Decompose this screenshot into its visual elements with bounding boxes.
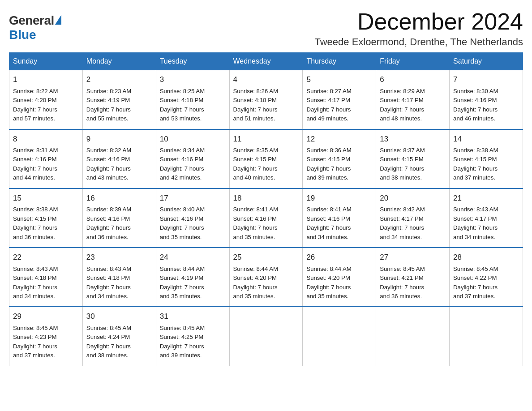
day-info: Sunrise: 8:37 AMSunset: 4:15 PMDaylight:… <box>380 147 425 181</box>
day-number: 8 <box>13 133 79 145</box>
day-number: 17 <box>160 193 226 204</box>
day-info: Sunrise: 8:29 AMSunset: 4:17 PMDaylight:… <box>380 88 425 122</box>
logo-general-text: General <box>9 13 54 28</box>
calendar-cell: 27 Sunrise: 8:45 AMSunset: 4:21 PMDaylig… <box>376 248 450 307</box>
day-info: Sunrise: 8:43 AMSunset: 4:18 PMDaylight:… <box>86 265 131 300</box>
day-number: 5 <box>306 74 372 86</box>
day-number: 26 <box>306 252 372 263</box>
logo-blue-part <box>54 17 61 25</box>
day-number: 1 <box>13 74 79 86</box>
day-number: 4 <box>233 74 299 86</box>
calendar-cell: 9 Sunrise: 8:32 AMSunset: 4:16 PMDayligh… <box>82 129 156 188</box>
day-number: 11 <box>233 133 299 145</box>
day-number: 29 <box>13 311 79 322</box>
calendar-cell: 17 Sunrise: 8:40 AMSunset: 4:16 PMDaylig… <box>156 188 229 248</box>
calendar-cell: 31 Sunrise: 8:45 AMSunset: 4:25 PMDaylig… <box>156 307 229 366</box>
day-number: 14 <box>453 133 519 145</box>
calendar-cell: 24 Sunrise: 8:44 AMSunset: 4:19 PMDaylig… <box>156 248 229 307</box>
header-tuesday: Tuesday <box>156 53 229 70</box>
calendar-cell: 29 Sunrise: 8:45 AMSunset: 4:23 PMDaylig… <box>9 307 83 366</box>
calendar-cell: 30 Sunrise: 8:45 AMSunset: 4:24 PMDaylig… <box>82 307 156 366</box>
calendar-cell: 12 Sunrise: 8:36 AMSunset: 4:15 PMDaylig… <box>303 129 376 188</box>
calendar-cell: 1 Sunrise: 8:22 AMSunset: 4:20 PMDayligh… <box>9 70 83 129</box>
day-info: Sunrise: 8:35 AMSunset: 4:15 PMDaylight:… <box>233 147 278 181</box>
calendar-cell: 15 Sunrise: 8:38 AMSunset: 4:15 PMDaylig… <box>9 188 83 248</box>
calendar-cell: 26 Sunrise: 8:44 AMSunset: 4:20 PMDaylig… <box>303 248 376 307</box>
calendar-cell <box>450 307 523 366</box>
day-info: Sunrise: 8:45 AMSunset: 4:23 PMDaylight:… <box>13 325 58 359</box>
week-row-5: 29 Sunrise: 8:45 AMSunset: 4:23 PMDaylig… <box>9 307 523 366</box>
logo: General Blue <box>9 13 61 42</box>
month-title: December 2024 <box>314 9 523 34</box>
day-info: Sunrise: 8:43 AMSunset: 4:18 PMDaylight:… <box>13 265 58 300</box>
week-row-1: 1 Sunrise: 8:22 AMSunset: 4:20 PMDayligh… <box>9 70 523 129</box>
calendar-cell: 7 Sunrise: 8:30 AMSunset: 4:16 PMDayligh… <box>450 70 523 129</box>
day-number: 7 <box>453 74 519 86</box>
calendar-cell: 23 Sunrise: 8:43 AMSunset: 4:18 PMDaylig… <box>82 248 156 307</box>
day-info: Sunrise: 8:22 AMSunset: 4:20 PMDaylight:… <box>13 88 58 122</box>
day-info: Sunrise: 8:32 AMSunset: 4:16 PMDaylight:… <box>86 147 131 181</box>
calendar-cell: 5 Sunrise: 8:27 AMSunset: 4:17 PMDayligh… <box>303 70 376 129</box>
page-header: General Blue December 2024 Tweede Exloer… <box>9 9 523 48</box>
calendar-cell <box>376 307 450 366</box>
calendar-cell: 10 Sunrise: 8:34 AMSunset: 4:16 PMDaylig… <box>156 129 229 188</box>
header-monday: Monday <box>82 53 156 70</box>
day-info: Sunrise: 8:27 AMSunset: 4:17 PMDaylight:… <box>306 88 351 122</box>
day-info: Sunrise: 8:45 AMSunset: 4:25 PMDaylight:… <box>160 325 205 359</box>
logo-blue-text: Blue <box>9 28 36 42</box>
logo-triangle-icon <box>55 15 61 25</box>
day-number: 3 <box>160 74 226 86</box>
calendar-table: SundayMondayTuesdayWednesdayThursdayFrid… <box>9 52 523 366</box>
day-info: Sunrise: 8:43 AMSunset: 4:17 PMDaylight:… <box>453 206 498 240</box>
day-number: 19 <box>306 193 372 204</box>
week-row-4: 22 Sunrise: 8:43 AMSunset: 4:18 PMDaylig… <box>9 248 523 307</box>
day-info: Sunrise: 8:44 AMSunset: 4:20 PMDaylight:… <box>306 265 351 300</box>
calendar-cell: 28 Sunrise: 8:45 AMSunset: 4:22 PMDaylig… <box>450 248 523 307</box>
day-info: Sunrise: 8:30 AMSunset: 4:16 PMDaylight:… <box>453 88 498 122</box>
calendar-cell: 11 Sunrise: 8:35 AMSunset: 4:15 PMDaylig… <box>229 129 303 188</box>
day-info: Sunrise: 8:42 AMSunset: 4:17 PMDaylight:… <box>380 206 425 240</box>
day-info: Sunrise: 8:45 AMSunset: 4:22 PMDaylight:… <box>453 265 498 300</box>
day-number: 27 <box>380 252 446 263</box>
day-number: 21 <box>453 193 519 204</box>
week-row-3: 15 Sunrise: 8:38 AMSunset: 4:15 PMDaylig… <box>9 188 523 248</box>
day-number: 6 <box>380 74 446 86</box>
day-number: 13 <box>380 133 446 145</box>
day-info: Sunrise: 8:44 AMSunset: 4:20 PMDaylight:… <box>233 265 278 300</box>
calendar-cell <box>303 307 376 366</box>
day-info: Sunrise: 8:45 AMSunset: 4:24 PMDaylight:… <box>86 325 131 359</box>
weekday-header-row: SundayMondayTuesdayWednesdayThursdayFrid… <box>9 53 523 70</box>
day-info: Sunrise: 8:39 AMSunset: 4:16 PMDaylight:… <box>86 206 131 240</box>
day-number: 2 <box>86 74 152 86</box>
day-number: 10 <box>160 133 226 145</box>
week-row-2: 8 Sunrise: 8:31 AMSunset: 4:16 PMDayligh… <box>9 129 523 188</box>
day-info: Sunrise: 8:41 AMSunset: 4:16 PMDaylight:… <box>306 206 351 240</box>
calendar-cell: 2 Sunrise: 8:23 AMSunset: 4:19 PMDayligh… <box>82 70 156 129</box>
calendar-cell: 14 Sunrise: 8:38 AMSunset: 4:15 PMDaylig… <box>450 129 523 188</box>
title-area: December 2024 Tweede Exloermond, Drenthe… <box>314 9 523 48</box>
day-info: Sunrise: 8:45 AMSunset: 4:21 PMDaylight:… <box>380 265 425 300</box>
day-info: Sunrise: 8:31 AMSunset: 4:16 PMDaylight:… <box>13 147 58 181</box>
day-info: Sunrise: 8:38 AMSunset: 4:15 PMDaylight:… <box>13 206 58 240</box>
day-info: Sunrise: 8:44 AMSunset: 4:19 PMDaylight:… <box>160 265 205 300</box>
day-number: 16 <box>86 193 152 204</box>
calendar-cell: 18 Sunrise: 8:41 AMSunset: 4:16 PMDaylig… <box>229 188 303 248</box>
day-number: 15 <box>13 193 79 204</box>
day-number: 30 <box>86 311 152 322</box>
calendar-cell: 3 Sunrise: 8:25 AMSunset: 4:18 PMDayligh… <box>156 70 229 129</box>
header-friday: Friday <box>376 53 450 70</box>
calendar-cell: 25 Sunrise: 8:44 AMSunset: 4:20 PMDaylig… <box>229 248 303 307</box>
day-number: 20 <box>380 193 446 204</box>
day-number: 12 <box>306 133 372 145</box>
day-info: Sunrise: 8:23 AMSunset: 4:19 PMDaylight:… <box>86 88 131 122</box>
day-number: 9 <box>86 133 152 145</box>
day-number: 24 <box>160 252 226 263</box>
day-info: Sunrise: 8:41 AMSunset: 4:16 PMDaylight:… <box>233 206 278 240</box>
day-number: 25 <box>233 252 299 263</box>
day-info: Sunrise: 8:36 AMSunset: 4:15 PMDaylight:… <box>306 147 351 181</box>
header-thursday: Thursday <box>303 53 376 70</box>
day-info: Sunrise: 8:34 AMSunset: 4:16 PMDaylight:… <box>160 147 205 181</box>
calendar-cell <box>229 307 303 366</box>
header-saturday: Saturday <box>450 53 523 70</box>
calendar-cell: 21 Sunrise: 8:43 AMSunset: 4:17 PMDaylig… <box>450 188 523 248</box>
